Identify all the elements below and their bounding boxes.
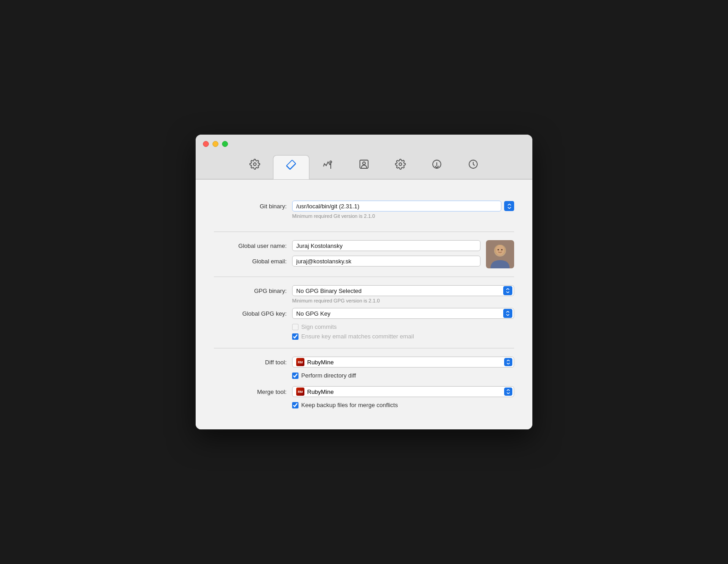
global-user-name-label: Global user name: xyxy=(214,242,287,249)
gpg-section: GPG binary: No GPG Binary Selected Minim… xyxy=(214,277,514,348)
diff-tool-label: Diff tool: xyxy=(214,359,287,366)
diff-tool-wrapper: RM RubyMine xyxy=(292,357,514,368)
titlebar xyxy=(196,135,532,179)
global-gpg-key-row: Global GPG key: No GPG Key xyxy=(214,308,514,319)
gpg-binary-select[interactable]: No GPG Binary Selected xyxy=(292,285,514,296)
traffic-lights xyxy=(203,141,228,147)
avatar xyxy=(486,240,514,268)
perform-dir-diff-checkbox[interactable] xyxy=(292,373,298,379)
rubymine-diff-icon: RM xyxy=(296,358,304,366)
tab-advanced[interactable] xyxy=(455,155,491,179)
avatar-image xyxy=(486,240,514,268)
merge-tool-wrapper: RM RubyMine xyxy=(292,386,514,397)
themes-icon xyxy=(322,159,333,172)
keep-backup-row: Keep backup files for merge conflicts xyxy=(292,402,514,408)
global-email-input[interactable] xyxy=(292,256,480,267)
email-row: Global email: xyxy=(214,256,480,267)
close-button[interactable] xyxy=(203,141,209,147)
global-gpg-key-wrapper: No GPG Key xyxy=(292,308,514,319)
general-icon xyxy=(249,159,260,172)
ensure-key-email-checkbox[interactable] xyxy=(292,333,298,340)
user-profiles-icon xyxy=(359,159,369,172)
keep-backup-label: Keep backup files for merge conflicts xyxy=(301,402,398,408)
tab-themes[interactable] xyxy=(309,155,346,179)
user-info-group: Global user name: Global email: xyxy=(214,240,514,268)
global-user-name-input[interactable] xyxy=(292,240,480,251)
tab-user-profiles[interactable] xyxy=(346,155,382,179)
diff-tool-row: Diff tool: RM RubyMine xyxy=(214,357,514,368)
advanced-icon xyxy=(468,159,479,172)
svg-point-13 xyxy=(501,249,503,251)
svg-point-1 xyxy=(330,161,332,163)
git-binary-label: Git binary: xyxy=(214,203,287,210)
keep-backup-checkbox[interactable] xyxy=(292,402,298,408)
merge-tool-label: Merge tool: xyxy=(214,388,287,395)
rubymine-merge-icon: RM xyxy=(296,388,304,396)
tab-updates[interactable] xyxy=(419,155,455,179)
content-area: Git binary: Minimum required Git version… xyxy=(196,179,532,429)
ensure-key-email-row: Ensure key email matches committer email xyxy=(292,333,514,340)
git-binary-input[interactable] xyxy=(292,201,501,212)
perform-dir-diff-row: Perform directory diff xyxy=(292,372,514,379)
git-config-icon xyxy=(286,159,297,173)
svg-point-5 xyxy=(399,163,402,166)
diff-tool-stepper xyxy=(504,358,512,366)
gpg-binary-wrapper: No GPG Binary Selected xyxy=(292,285,514,296)
diff-tool-select[interactable]: RM RubyMine xyxy=(292,357,514,368)
sign-commits-label: Sign commits xyxy=(301,323,337,330)
sign-commits-checkbox[interactable] xyxy=(292,324,298,330)
app-window: Git binary: Minimum required Git version… xyxy=(196,135,532,429)
git-binary-row: Git binary: xyxy=(214,201,514,212)
toolbar xyxy=(228,155,500,179)
global-gpg-key-select[interactable]: No GPG Key xyxy=(292,308,514,319)
git-binary-section: Git binary: Minimum required Git version… xyxy=(214,192,514,232)
updates-icon xyxy=(431,159,442,172)
global-gpg-key-label: Global GPG key: xyxy=(214,310,287,317)
svg-point-11 xyxy=(495,245,505,255)
svg-point-4 xyxy=(363,162,365,165)
git-binary-stepper[interactable] xyxy=(504,201,514,211)
tab-integration[interactable] xyxy=(382,155,419,179)
tab-git-config[interactable] xyxy=(273,155,309,179)
gpg-binary-hint: Minimum required GPG version is 2.1.0 xyxy=(292,298,514,303)
sign-commits-row: Sign commits xyxy=(292,323,514,330)
diff-merge-section: Diff tool: RM RubyMine Perform directory… xyxy=(214,348,514,417)
merge-tool-row: Merge tool: RM RubyMine xyxy=(214,386,514,397)
merge-tool-stepper xyxy=(504,388,512,396)
global-email-label: Global email: xyxy=(214,258,287,265)
minimize-button[interactable] xyxy=(212,141,218,147)
user-name-row: Global user name: xyxy=(214,240,480,251)
user-info-section: Global user name: Global email: xyxy=(214,232,514,277)
gpg-binary-label: GPG binary: xyxy=(214,287,287,294)
svg-point-12 xyxy=(498,249,499,251)
gpg-binary-row: GPG binary: No GPG Binary Selected xyxy=(214,285,514,296)
merge-tool-value: RubyMine xyxy=(307,388,334,395)
tab-general[interactable] xyxy=(237,155,273,179)
git-binary-hint: Minimum required Git version is 2.1.0 xyxy=(292,213,514,219)
integration-icon xyxy=(395,159,406,172)
svg-point-0 xyxy=(253,163,256,166)
perform-dir-diff-label: Perform directory diff xyxy=(301,372,356,379)
diff-tool-value: RubyMine xyxy=(307,359,334,366)
ensure-key-email-label: Ensure key email matches committer email xyxy=(301,333,414,340)
maximize-button[interactable] xyxy=(222,141,228,147)
merge-tool-select[interactable]: RM RubyMine xyxy=(292,386,514,397)
